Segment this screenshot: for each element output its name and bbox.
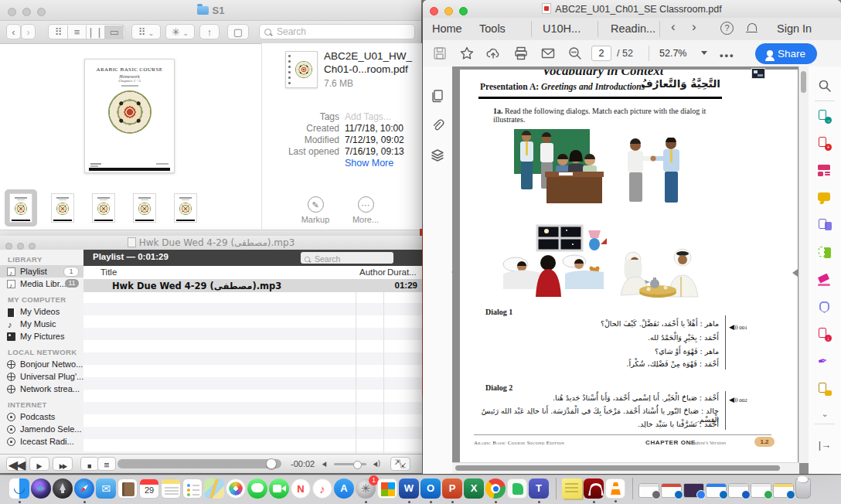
dialog2-audio[interactable]: 002 xyxy=(729,396,747,404)
vlc-search-input[interactable] xyxy=(313,252,390,265)
dock-item-stickies[interactable] xyxy=(562,478,582,499)
playlist-toggle-button[interactable] xyxy=(97,457,116,471)
dock-item-excel[interactable]: X xyxy=(464,478,484,499)
volume-slider[interactable] xyxy=(334,463,366,465)
tab-back-icon[interactable]: ‹ xyxy=(671,19,676,35)
tag-button[interactable]: ▢ xyxy=(227,24,249,39)
save-icon[interactable] xyxy=(432,46,448,61)
cloud-upload-icon[interactable] xyxy=(485,46,501,61)
more-actions-button[interactable]: ⋯ More... xyxy=(342,196,389,224)
page-number-input[interactable]: 2 xyxy=(591,46,611,61)
sidebar-item-upnp[interactable]: Universal Plug'... xyxy=(0,370,83,383)
sidebar-item-my-pictures[interactable]: My Pictures xyxy=(0,330,83,342)
vlc-titlebar[interactable]: Hwk Due Wed 4-29 (مصطفى).mp3 xyxy=(0,236,422,250)
page-thumbnail-4[interactable] xyxy=(133,193,156,223)
dock-item-photos[interactable] xyxy=(226,478,246,499)
vlc-search-field[interactable] xyxy=(301,252,393,264)
highlight-tool-icon[interactable] xyxy=(818,274,832,288)
share-button[interactable]: Share xyxy=(755,43,817,64)
column-duration[interactable]: Durat... xyxy=(387,267,417,277)
fullscreen-button[interactable] xyxy=(390,457,410,471)
finder-search-field[interactable] xyxy=(259,24,415,39)
zoom-dropdown-caret[interactable] xyxy=(701,51,707,55)
attachments-paperclip-icon[interactable] xyxy=(430,117,445,133)
rewind-button[interactable] xyxy=(6,457,26,471)
dialog1-audio[interactable]: 001 xyxy=(729,323,747,331)
dock-minimized-window-4[interactable] xyxy=(706,483,727,498)
column-title[interactable]: Title xyxy=(100,267,117,277)
dock-item-word[interactable]: W xyxy=(399,478,419,499)
vertical-scroll-thumb[interactable] xyxy=(801,71,806,93)
dock-item-news[interactable]: N xyxy=(291,478,311,499)
zoom-tool-icon[interactable] xyxy=(567,46,583,61)
dock-minimized-window-1[interactable] xyxy=(638,483,659,498)
dock-item-calendar[interactable]: 29 xyxy=(139,478,159,499)
tab-forward-icon[interactable]: › xyxy=(692,19,696,35)
dock-item-chrome[interactable] xyxy=(485,478,506,499)
horizontal-scrollbar[interactable] xyxy=(452,462,799,474)
star-favorite-icon[interactable] xyxy=(459,46,475,61)
view-switcher[interactable]: ⠿≡❘❘❘▭ xyxy=(48,24,125,39)
dock-item-evernote[interactable] xyxy=(507,478,527,499)
sidebar-item-media-library[interactable]: Media Libr... 11 xyxy=(0,278,83,290)
dock-minimized-window-6[interactable] xyxy=(751,483,771,498)
fill-sign-tool-icon[interactable]: ✒ xyxy=(818,356,832,369)
notifications-bell-icon[interactable] xyxy=(747,23,757,31)
pdf-cover-preview[interactable]: ARABIC BASIC COURSE Homework Chapters 1 … xyxy=(84,59,175,173)
fast-forward-button[interactable] xyxy=(53,457,73,471)
dock-minimized-window-7[interactable] xyxy=(773,483,794,498)
list-view-icon[interactable]: ≡ xyxy=(68,26,87,39)
more-tools-chevron-icon[interactable]: ⌄ xyxy=(821,409,828,419)
sidebar-item-jamendo[interactable]: Jamendo Sele... xyxy=(0,423,83,435)
sidebar-item-podcasts[interactable]: Podcasts xyxy=(0,410,83,423)
open-tools-pane-icon[interactable]: |→ xyxy=(819,439,831,451)
dock-minimized-window-5[interactable] xyxy=(728,483,749,498)
time-remaining[interactable]: -00:02 xyxy=(291,459,315,468)
zoom-level[interactable]: 52.7% xyxy=(659,48,686,59)
column-author[interactable]: Author xyxy=(359,267,386,277)
vertical-scrollbar[interactable] xyxy=(798,66,809,463)
help-icon[interactable]: ? xyxy=(720,22,734,35)
dock-item-messages[interactable] xyxy=(247,478,267,499)
dock-item-app-store[interactable]: A xyxy=(334,478,354,499)
search-input[interactable] xyxy=(275,26,394,38)
dock-item-powerpoint[interactable]: P xyxy=(442,478,462,499)
dock-item-outlook[interactable]: O xyxy=(420,478,441,499)
tab-tools[interactable]: Tools xyxy=(479,22,506,35)
layers-icon[interactable] xyxy=(430,148,445,163)
dock-item-maps[interactable] xyxy=(204,478,224,499)
sidebar-item-playlist[interactable]: Playlist 1 xyxy=(0,265,83,278)
stop-button[interactable] xyxy=(80,457,99,471)
column-divider[interactable] xyxy=(356,266,356,455)
tab-document-2[interactable]: Readin... xyxy=(611,22,655,35)
search-tool-icon[interactable] xyxy=(818,79,832,93)
show-more-link[interactable]: Show More xyxy=(345,158,393,169)
acrobat-titlebar[interactable]: ABC2E_U01_Ch01_SE Classroom.pdf xyxy=(423,0,841,19)
page-thumbnail-1[interactable] xyxy=(9,193,32,223)
horizontal-scroll-thumb[interactable] xyxy=(455,465,780,471)
dock-item-facetime[interactable] xyxy=(269,478,289,499)
floating-image-annotation[interactable] xyxy=(751,68,765,79)
tab-home[interactable]: Home xyxy=(432,22,462,35)
dock-item-trash[interactable] xyxy=(795,478,811,499)
column-view-icon[interactable]: ❘❘❘ xyxy=(87,26,105,39)
seek-slider[interactable] xyxy=(117,459,281,468)
dock-item-safari[interactable] xyxy=(74,478,94,499)
create-pdf-tool-icon[interactable]: + xyxy=(818,137,832,151)
action-menu-button[interactable]: ✳ ⌄ xyxy=(165,24,195,39)
compress-pdf-tool-icon[interactable]: ↓ xyxy=(818,328,832,342)
sidebar-item-icecast[interactable]: Icecast Radi... xyxy=(0,435,83,448)
dock-item-vlc[interactable] xyxy=(605,478,625,499)
more-tools-icon[interactable]: ••• xyxy=(720,49,735,61)
tab-document-1[interactable]: U10H... xyxy=(543,22,581,35)
dock-item-microsoft-office[interactable] xyxy=(377,478,397,499)
dock-item-siri[interactable] xyxy=(31,478,51,499)
comment-tool-icon[interactable] xyxy=(818,192,832,206)
page-thumbnails-icon[interactable] xyxy=(430,88,445,104)
dock-minimized-window-2[interactable] xyxy=(661,483,682,498)
dock-item-contacts[interactable] xyxy=(117,478,138,499)
dock-item-launchpad[interactable] xyxy=(53,478,73,499)
volume-knob[interactable] xyxy=(353,461,362,469)
dock-item-itunes[interactable] xyxy=(312,478,332,499)
collapse-right-panel-icon[interactable] xyxy=(792,269,798,277)
